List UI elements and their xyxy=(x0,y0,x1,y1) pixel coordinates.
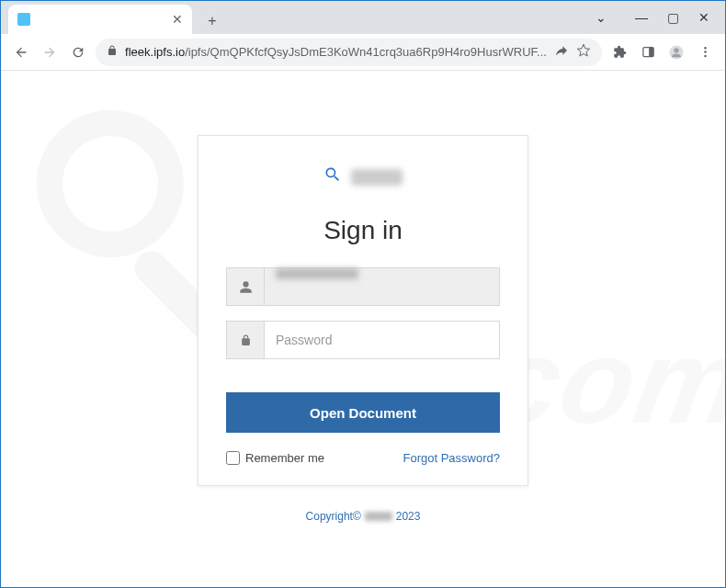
page-content: Sign in Password Open Document xyxy=(1,71,725,587)
brand-text xyxy=(351,169,403,186)
minimize-button[interactable]: — xyxy=(635,11,648,24)
copyright-year: 2023 xyxy=(396,510,421,523)
person-icon xyxy=(226,267,265,306)
new-tab-button[interactable]: + xyxy=(199,8,225,34)
kebab-icon xyxy=(698,45,712,59)
url-text: fleek.ipfs.io/ipfs/QmQPKfcfQsyJsDmE3KoWn… xyxy=(125,45,547,59)
bookmark-icon[interactable] xyxy=(576,43,591,61)
back-button[interactable] xyxy=(10,40,31,65)
maximize-button[interactable]: ▢ xyxy=(666,11,679,24)
submit-button[interactable]: Open Document xyxy=(226,392,500,433)
copyright-company xyxy=(365,512,392,521)
email-input-group xyxy=(226,267,500,306)
svg-point-6 xyxy=(704,55,707,58)
signin-heading: Sign in xyxy=(226,216,500,245)
tab-favicon-icon xyxy=(17,13,30,26)
form-footer-row: Remember me Forgot Password? xyxy=(226,451,500,465)
address-bar[interactable]: fleek.ipfs.io/ipfs/QmQPKfcfQsyJsDmE3KoWn… xyxy=(96,39,602,66)
lock-icon xyxy=(226,321,265,359)
chevron-down-icon[interactable]: ⌄ xyxy=(595,11,607,24)
forgot-password-link[interactable]: Forgot Password? xyxy=(403,451,501,465)
extensions-button[interactable] xyxy=(609,40,630,65)
remember-checkbox[interactable] xyxy=(226,451,240,465)
remember-me[interactable]: Remember me xyxy=(226,451,324,465)
reload-icon xyxy=(71,45,85,60)
password-placeholder: Password xyxy=(276,333,332,347)
menu-button[interactable] xyxy=(695,40,716,65)
password-input-group: Password xyxy=(226,321,500,359)
browser-tab[interactable]: ✕ xyxy=(8,5,192,34)
email-value xyxy=(276,268,358,279)
close-icon[interactable]: ✕ xyxy=(172,12,183,27)
panel-icon xyxy=(641,45,655,59)
window-controls: ⌄ — ▢ ✕ xyxy=(595,1,725,34)
svg-point-5 xyxy=(704,51,707,53)
profile-button[interactable] xyxy=(666,40,687,65)
svg-point-4 xyxy=(704,47,707,50)
password-field[interactable]: Password xyxy=(265,321,500,359)
brand-row xyxy=(226,165,500,188)
forward-button[interactable] xyxy=(39,40,60,65)
reload-button[interactable] xyxy=(67,40,88,65)
url-path: /ipfs/QmQPKfcfQsyJsDmE3KoWn41crq3ua6Rp9H… xyxy=(185,45,547,59)
arrow-left-icon xyxy=(14,45,28,60)
svg-point-3 xyxy=(675,48,679,52)
browser-toolbar: fleek.ipfs.io/ipfs/QmQPKfcfQsyJsDmE3KoWn… xyxy=(1,34,725,71)
side-panel-button[interactable] xyxy=(638,40,659,65)
browser-window: ✕ + ⌄ — ▢ ✕ fleek.ipfs.io/ipfs/QmQPKfcfQ… xyxy=(0,0,726,588)
share-icon[interactable] xyxy=(554,43,569,61)
tab-bar: ✕ + ⌄ — ▢ ✕ xyxy=(1,1,725,34)
url-host: fleek.ipfs.io xyxy=(125,45,185,59)
copyright-prefix: Copyright© xyxy=(306,510,361,523)
avatar-icon xyxy=(668,44,685,61)
lock-icon xyxy=(107,45,118,59)
copyright-footer: Copyright© 2023 xyxy=(306,510,421,523)
puzzle-icon xyxy=(613,45,627,59)
svg-rect-1 xyxy=(649,48,653,57)
login-card: Sign in Password Open Document xyxy=(198,135,528,486)
arrow-right-icon xyxy=(42,45,57,60)
search-icon xyxy=(323,165,342,188)
email-field[interactable] xyxy=(265,267,500,306)
remember-label: Remember me xyxy=(245,451,324,465)
window-close-button[interactable]: ✕ xyxy=(698,11,710,24)
